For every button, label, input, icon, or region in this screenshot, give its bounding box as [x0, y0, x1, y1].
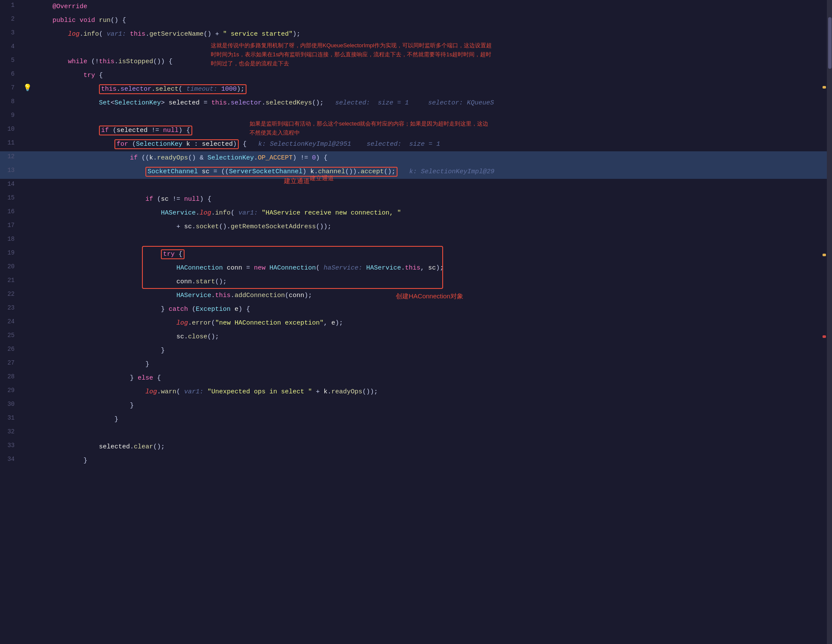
tooltip-selected-null: 如果是监听到端口有活动，那么这个selected就会有对应的内容；如果是因为超时…	[245, 117, 495, 140]
code-line-18: 18	[0, 234, 832, 248]
code-line-32: 32	[0, 426, 832, 440]
code-line-23: 23 } catch (Exception e) {	[0, 303, 832, 316]
code-line-24: 24 log.error("new HAConnection exception…	[0, 316, 832, 330]
code-line-6: 6 try {	[0, 69, 832, 83]
code-line-12: 12 if ((k.readyOps() & SelectionKey.OP_A…	[0, 151, 832, 165]
vertical-scrollbar[interactable]	[827, 0, 832, 644]
code-line-1: 1 @Override	[0, 0, 832, 14]
scroll-marker-3	[823, 335, 826, 338]
code-line-2: 2 public void run() {	[0, 14, 832, 28]
code-editor: 这就是传说中的多路复用机制了呀，内部使用KQueueSelectorImpl作为…	[0, 0, 832, 644]
code-line-26: 26 }	[0, 344, 832, 358]
code-line-27: 27 }	[0, 358, 832, 371]
code-line-20: 20 HAConnection conn = new HAConnection(…	[0, 261, 832, 275]
tooltip-multiplexing: 这就是传说中的多路复用机制了呀，内部使用KQueueSelectorImpl作为…	[206, 39, 499, 71]
scrollbar-thumb[interactable]	[828, 17, 832, 69]
bulb-icon: 💡	[23, 83, 32, 92]
code-line-17: 17 + sc.socket().getRemoteSocketAddress(…	[0, 220, 832, 234]
label-jian-li-tong-dao: 建立通道	[284, 177, 310, 185]
code-line-28: 28 } else {	[0, 371, 832, 385]
code-line-15: 15 if (sc != null) {	[0, 193, 832, 206]
code-line-16: 16 HAService.log.info( var1: "HAService …	[0, 206, 832, 220]
code-line-7: 7 💡 this.selector.select( timeout: 1000)…	[0, 83, 832, 96]
code-line-13: 13 SocketChannel sc = ((ServerSocketChan…	[0, 165, 832, 179]
code-line-31: 31 }	[0, 413, 832, 426]
scroll-marker-2	[823, 254, 826, 256]
label-create-ha-connection: 创建HAConnection对象	[396, 292, 463, 301]
code-line-19: 19 try {	[0, 248, 832, 261]
code-line-29: 29 log.warn( var1: "Unexpected ops in se…	[0, 385, 832, 399]
code-line-33: 33 selected.clear();	[0, 440, 832, 454]
scroll-marker-1	[823, 86, 826, 89]
code-line-34: 34 }	[0, 454, 832, 468]
code-line-8: 8 Set<SelectionKey> selected = this.sele…	[0, 96, 832, 110]
code-line-21: 21 conn.start();	[0, 275, 832, 289]
label-build-channel: 建立通道	[310, 175, 334, 182]
code-line-14: 14	[0, 179, 832, 193]
code-line-30: 30 }	[0, 399, 832, 413]
code-line-25: 25 sc.close();	[0, 330, 832, 344]
